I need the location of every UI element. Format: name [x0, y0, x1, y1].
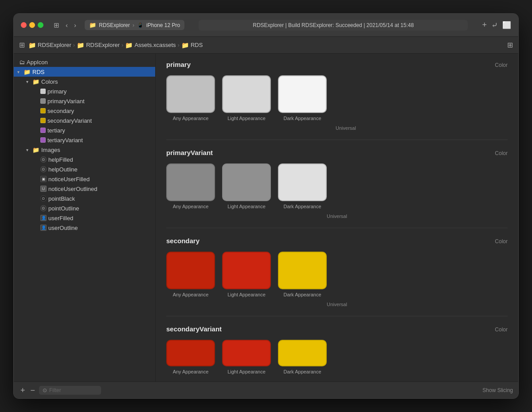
titlebar-right-controls: + ⤶ ⬜ [482, 20, 511, 30]
universal-label-primary: Universal [184, 125, 508, 131]
close-button[interactable] [21, 22, 27, 28]
color-box-dark-secondaryvariant[interactable] [278, 340, 327, 366]
color-swatch-secondaryvariant [40, 118, 46, 123]
label-light-primaryvariant: Light Appearance [227, 204, 266, 209]
sidebar-item-images[interactable]: ▾ 📁 Images [14, 145, 155, 155]
sidebar-label-images: Images [41, 147, 60, 153]
inspector-toggle[interactable]: ⊞ [507, 41, 513, 49]
breadcrumb-chevron-2: › [121, 42, 123, 48]
section-name-secondaryvariant: secondaryVariant [166, 325, 222, 333]
sidebar-item-pointoutline[interactable]: ⊙ pointOutline [14, 203, 155, 213]
section-header-primary: primary Color [166, 61, 508, 68]
swatches-row-primaryvariant: Any Appearance Light Appearance Dark App… [166, 163, 327, 209]
expand-arrow-rds: ▾ [17, 70, 22, 74]
section-header-primaryvariant: primaryVariant Color [166, 149, 508, 156]
breadcrumb-item-4[interactable]: 📁 RDS [181, 42, 203, 49]
filter-box[interactable]: ⊙ Filter [39, 386, 101, 395]
sidebar-label-helpfilled: helpFilled [48, 156, 73, 163]
sidebar-item-colors[interactable]: ▾ 📁 Colors [14, 77, 155, 86]
breadcrumb-nav: 📁 RDSExplorer › 📁 RDSExplorer › 📁 Assets… [28, 42, 203, 49]
color-box-any-primary[interactable] [166, 75, 215, 113]
sidebar-item-helpfilled[interactable]: ⊙ helpFilled [14, 155, 155, 164]
color-section-primary: primary Color Any Appearance Light Appea… [166, 61, 508, 140]
swatches-row-primary: Any Appearance Light Appearance Dark App… [166, 75, 327, 121]
appearance-dark-primaryvariant: Dark Appearance [278, 163, 327, 209]
color-box-light-secondary[interactable] [222, 252, 271, 289]
img-icon-helpoutline: ⊙ [40, 166, 47, 172]
sidebar-item-appicon[interactable]: 🗂 AppIcon [14, 57, 155, 67]
back-icon[interactable]: ‹ [64, 20, 69, 30]
appearance-light-secondary: Light Appearance [222, 252, 271, 297]
section-type-primary: Color [495, 62, 508, 68]
inspector-icon[interactable]: ⬜ [502, 21, 511, 29]
color-swatch-tertiary [40, 128, 46, 133]
main-area: 🗂 AppIcon ▾ 📁 RDS ▾ 📁 Colors primary [14, 54, 518, 381]
color-section-secondary: secondary Color Any Appearance Light App… [166, 237, 508, 316]
xcode-window: ⊞ ‹ › 📁 RDSExplorer › 📱 iPhone 12 Pro RD… [13, 13, 519, 399]
universal-label-primaryvariant: Universal [166, 214, 508, 219]
sidebar-item-tertiary[interactable]: tertiary [14, 125, 155, 135]
device-label[interactable]: 📁 RDSExplorer › 📱 iPhone 12 Pro [85, 20, 184, 30]
sidebar-label-pointoutline: pointOutline [48, 205, 79, 212]
folder-icon-4: 📁 [181, 42, 189, 49]
traffic-lights [21, 22, 43, 28]
sidebar-item-useroutline[interactable]: 👤 userOutline [14, 223, 155, 233]
return-icon[interactable]: ⤶ [491, 20, 498, 30]
color-box-any-primaryvariant[interactable] [166, 163, 215, 201]
chevron-right-icon: › [133, 22, 134, 28]
titlebar-controls: ⊞ ‹ › [52, 20, 78, 31]
color-swatch-tertiaryvariant [40, 137, 46, 143]
add-button-icon[interactable]: + [482, 20, 487, 30]
forward-icon[interactable]: › [73, 20, 78, 30]
breadcrumb-label-3: Assets.xcassets [134, 42, 176, 48]
sidebar-item-secondaryvariant[interactable]: secondaryVariant [14, 116, 155, 125]
bottom-bar: + − ⊙ Filter Show Slicing [14, 381, 518, 398]
color-section-secondaryvariant: secondaryVariant Color Any Appearance Li… [166, 325, 508, 381]
filter-label: Filter [49, 387, 61, 393]
color-section-primaryvariant: primaryVariant Color Any Appearance Ligh… [166, 149, 508, 228]
sidebar: 🗂 AppIcon ▾ 📁 RDS ▾ 📁 Colors primary [14, 54, 156, 381]
sidebar-item-primary[interactable]: primary [14, 86, 155, 96]
color-box-light-primaryvariant[interactable] [222, 163, 271, 201]
sidebar-toggle-icon[interactable]: ⊞ [52, 20, 61, 31]
folder-icon-3: 📁 [125, 42, 133, 49]
expand-arrow-images: ▾ [26, 148, 31, 152]
show-slicing-button[interactable]: Show Slicing [482, 387, 513, 393]
sidebar-item-pointblack[interactable]: ⊙ pointBlack [14, 194, 155, 203]
add-button[interactable]: + [19, 386, 27, 394]
color-box-any-secondary[interactable] [166, 252, 215, 289]
label-dark-secondaryvariant: Dark Appearance [284, 369, 321, 374]
color-box-light-secondaryvariant[interactable] [222, 340, 271, 366]
sidebar-item-noticeuserfilled[interactable]: ▣ noticeUserFilled [14, 174, 155, 184]
breadcrumb-item-2[interactable]: 📁 RDSExplorer [77, 42, 120, 49]
color-box-light-primary[interactable] [222, 75, 271, 113]
section-type-secondary: Color [495, 238, 508, 245]
sidebar-item-primaryvariant[interactable]: primaryVariant [14, 96, 155, 106]
device-name: iPhone 12 Pro [146, 22, 180, 28]
sidebar-item-userfilled[interactable]: 👤 userFilled [14, 213, 155, 223]
remove-button[interactable]: − [29, 386, 37, 394]
sidebar-item-tertiaryvariant[interactable]: tertiaryVariant [14, 135, 155, 145]
color-box-any-secondaryvariant[interactable] [166, 340, 215, 366]
sidebar-item-secondary[interactable]: secondary [14, 106, 155, 116]
label-light-secondary: Light Appearance [227, 292, 266, 297]
section-name-primary: primary [166, 61, 191, 68]
color-box-dark-primary[interactable] [278, 75, 327, 113]
grid-icon[interactable]: ⊞ [19, 41, 25, 49]
sidebar-item-rds[interactable]: ▾ 📁 RDS [14, 67, 155, 77]
section-type-secondaryvariant: Color [495, 326, 508, 333]
sidebar-item-noticeuseroutlined[interactable]: U noticeUserOutlined [14, 184, 155, 194]
breadcrumb-chevron-1: › [73, 42, 75, 48]
color-box-dark-secondary[interactable] [278, 252, 327, 289]
minimize-button[interactable] [29, 22, 35, 28]
breadcrumb-item-3[interactable]: 📁 Assets.xcassets [125, 42, 176, 49]
appearance-dark-secondary: Dark Appearance [278, 252, 327, 297]
sidebar-label-noticeuserfilled: noticeUserFilled [48, 176, 90, 183]
sidebar-label-primaryvariant: primaryVariant [47, 98, 85, 105]
swatches-row-secondaryvariant: Any Appearance Light Appearance Dark App… [166, 340, 327, 374]
appearance-any-primary: Any Appearance [166, 75, 215, 121]
sidebar-item-helpoutline[interactable]: ⊙ helpOutline [14, 164, 155, 174]
color-box-dark-primaryvariant[interactable] [278, 163, 327, 201]
breadcrumb-item-1[interactable]: 📁 RDSExplorer [28, 42, 71, 49]
maximize-button[interactable] [38, 22, 43, 28]
